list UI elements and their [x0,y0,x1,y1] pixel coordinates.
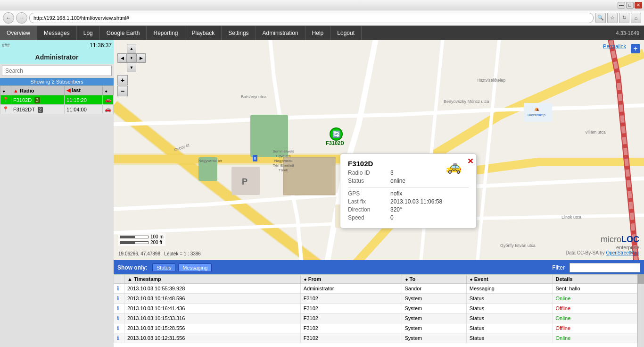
col-header-icon[interactable] [114,275,124,284]
nav-bar: Overview Messages Log Google Earth Repor… [0,26,644,40]
nav-help[interactable]: Help [305,26,331,40]
log-row[interactable]: ℹ 2013.10.03 10:12:31.556 F3102 System S… [114,333,637,343]
log-row[interactable]: ℹ 2013.10.03 10:16:41.436 F3102 System S… [114,304,637,313]
minimize-button[interactable]: — [618,2,625,8]
subscriber-row[interactable]: 📍 F3162DT 2 11:04:00 🚗 [0,105,114,114]
log-cell-icon: ℹ [114,313,124,323]
map-nav-left[interactable]: ◀ [117,53,127,63]
svg-text:⛺: ⛺ [534,106,540,111]
maximize-button[interactable]: □ [626,2,634,8]
popup-direction-label: Direction [348,206,386,213]
sub-id[interactable]: F3102D 3 [11,95,65,105]
log-cell-icon: ℹ [114,323,124,333]
col-header-timestamp[interactable]: ▲ Timestamp [124,275,301,284]
search-browser-button[interactable]: 🔍 [595,13,606,23]
map-container[interactable]: P Heim Pál Gyermekkórház + ⛺ Bikercamp [114,40,644,260]
scroll-bar[interactable] [637,274,644,347]
close-button[interactable]: ✕ [635,2,642,8]
map-nav-right[interactable]: ▶ [136,53,146,63]
col-header-to[interactable]: ⬥ To [402,275,466,284]
scale-100m: 100 m [150,234,164,239]
permalink-bar: Permalink [599,42,630,51]
nav-logout[interactable]: Logout [330,26,362,40]
zoom-in-button[interactable]: + [117,75,128,85]
sidebar-header: ### 11:36:37 [0,40,114,51]
osm-link[interactable]: OpenStreetMap [606,250,639,255]
nav-google-earth[interactable]: Google Earth [100,26,147,40]
log-table: ▲ Timestamp ⬥ From ⬥ To ⬥ Event Details … [114,274,637,343]
popup-status-value: online [390,178,405,184]
nav-log[interactable]: Log [77,26,100,40]
back-button[interactable]: ← [3,12,14,24]
scale-200ft: 200 ft [150,240,162,245]
log-cell-icon: ℹ [114,304,124,313]
nav-administration[interactable]: Administration [256,26,305,40]
filter-input[interactable] [570,263,640,272]
svg-text:Villám utca: Villám utca [585,130,606,135]
search-input[interactable] [2,66,112,76]
nav-reporting[interactable]: Reporting [147,26,185,40]
log-cell-to: System [402,304,466,313]
popup-divider [348,187,469,187]
sub-id[interactable]: F3162DT 2 [11,105,65,114]
watermark-loc: LOC [621,235,639,244]
col-sort-1[interactable]: ⬥ [0,86,11,95]
sub-icon: 🚗 [103,95,114,105]
log-row[interactable]: ℹ 2013.10.03 10:15:28.556 F3102 System S… [114,323,637,333]
col-header-event[interactable]: ⬥ Event [466,275,553,284]
zoom-out-button[interactable]: − [117,86,128,96]
map-nav-center[interactable]: ✦ [127,53,136,63]
col-last[interactable]: ◀ last [65,86,103,95]
nav-settings[interactable]: Settings [222,26,256,40]
popup-status-row: Status online [348,178,469,184]
bookmark-button[interactable]: ☆ [607,13,618,23]
address-input[interactable] [29,13,594,23]
popup-speed-row: Speed 0 [348,214,469,221]
svg-text:Nagyvárad: Nagyvárad [274,159,293,163]
map-nav-down[interactable]: ▼ [127,63,136,72]
app-container: Overview Messages Log Google Earth Repor… [0,26,644,347]
popup-car-icon: 🚕 [446,159,462,174]
refresh-button[interactable]: ↻ [619,13,629,23]
log-cell-from: F3102 [300,323,402,333]
col-radio[interactable]: ▲ Radio [11,86,65,95]
map-navigation: ▲ ▼ ◀ ▶ ✦ + − [117,44,146,96]
col-header-from[interactable]: ⬥ From [300,275,402,284]
log-cell-timestamp: 2013.10.03 10:16:41.436 [124,304,301,313]
log-row[interactable]: ℹ 2013.10.03 10:55:39.928 Administrator … [114,284,637,294]
map-watermark: microLOC enterprise Data CC-By-SA by Ope… [566,235,639,255]
map-nav-up[interactable]: ▲ [127,44,136,53]
title-bar: — □ ✕ [0,0,644,10]
log-cell-icon: ℹ [114,294,124,304]
log-row[interactable]: ℹ 2013.10.03 10:16:48.596 F3102 System S… [114,294,637,304]
col-header-details[interactable]: Details [553,275,637,284]
popup-speed-label: Speed [348,214,386,221]
log-cell-details: Online [553,333,637,343]
log-cell-from: F3102 [300,313,402,323]
filter-tab-messaging[interactable]: Messaging [178,263,212,272]
log-cell-from: F3102 [300,294,402,304]
filter-tab-status[interactable]: Status [152,263,175,272]
svg-text:Nagyvárad tér: Nagyvárad tér [198,159,223,163]
popup-speed-value: 0 [390,214,394,221]
nav-messages[interactable]: Messages [37,26,77,40]
log-cell-timestamp: 2013.10.03 10:12:31.556 [124,333,301,343]
sub-indicator: 📍 [0,105,11,114]
sub-time: 11:04:00 [65,105,103,114]
popup-close-button[interactable]: ✕ [467,157,473,166]
permalink-link[interactable]: Permalink [603,43,626,49]
popup-lastfix-row: Last fix 2013.10.03 11:06:58 [348,198,469,205]
home-button[interactable]: ⌂ [631,13,641,23]
nav-playback[interactable]: Playback [185,26,222,40]
col-sort-4[interactable]: ⬥ [103,86,114,95]
log-cell-details: Online [553,294,637,304]
marker-label-f3102d: F3102D [326,140,344,146]
forward-button[interactable]: → [16,12,27,24]
log-row[interactable]: ℹ 2013.10.03 10:15:33.316 F3102 System S… [114,313,637,323]
sidebar-time: 11:36:37 [90,42,112,49]
nav-overview[interactable]: Overview [0,26,37,40]
subscriber-row[interactable]: 📍 F3102D 3 11:15:20 🚗 [0,95,114,105]
map-add-button[interactable]: + [631,44,640,53]
app-version: 4.33-1649 [611,26,644,40]
map-marker-f3102d[interactable]: 🔄 [330,127,343,141]
